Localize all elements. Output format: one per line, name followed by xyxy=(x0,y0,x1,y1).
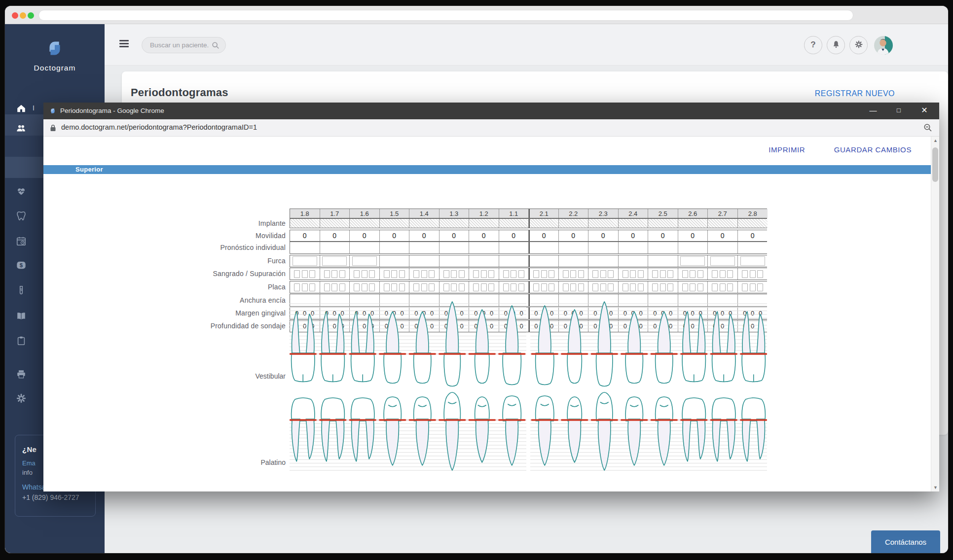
placa-checkbox[interactable] xyxy=(518,283,524,291)
placa-checkbox[interactable] xyxy=(369,283,375,291)
movilidad-value[interactable]: 0 xyxy=(588,230,619,241)
placa-checkbox[interactable] xyxy=(600,283,606,291)
placa-checkbox[interactable] xyxy=(413,283,419,291)
movilidad-value[interactable]: 0 xyxy=(708,230,738,241)
sangrado-checkbox[interactable] xyxy=(742,270,748,278)
sangrado-checkbox[interactable] xyxy=(623,270,628,278)
sangrado-checkbox[interactable] xyxy=(354,270,360,278)
sangrado-checkbox[interactable] xyxy=(503,270,509,278)
pronostico-cell[interactable] xyxy=(738,242,768,253)
sangrado-checkbox[interactable] xyxy=(294,270,300,278)
pronostico-cell[interactable] xyxy=(350,242,380,253)
pronostico-cell[interactable] xyxy=(619,242,649,253)
placa-checkbox[interactable] xyxy=(697,283,703,291)
pronostico-cell[interactable] xyxy=(380,242,410,253)
pronostico-cell[interactable] xyxy=(469,242,499,253)
user-avatar[interactable] xyxy=(874,36,893,55)
placa-checkbox[interactable] xyxy=(354,283,360,291)
sangrado-checkbox[interactable] xyxy=(727,270,733,278)
pronostico-cell[interactable] xyxy=(499,242,529,253)
minimize-button[interactable]: — xyxy=(862,103,884,119)
placa-checkbox[interactable] xyxy=(533,283,539,291)
placa-checkbox[interactable] xyxy=(362,283,367,291)
placa-checkbox[interactable] xyxy=(690,283,696,291)
sangrado-checkbox[interactable] xyxy=(331,270,337,278)
furca-input[interactable] xyxy=(322,256,347,266)
pronostico-cell[interactable] xyxy=(290,242,320,253)
sangrado-checkbox[interactable] xyxy=(712,270,718,278)
sangrado-checkbox[interactable] xyxy=(459,270,465,278)
placa-checkbox[interactable] xyxy=(608,283,614,291)
placa-checkbox[interactable] xyxy=(294,283,300,291)
placa-checkbox[interactable] xyxy=(459,283,465,291)
movilidad-value[interactable]: 0 xyxy=(678,230,708,241)
placa-checkbox[interactable] xyxy=(443,283,449,291)
placa-checkbox[interactable] xyxy=(623,283,628,291)
movilidad-value[interactable]: 0 xyxy=(350,230,380,241)
placa-checkbox[interactable] xyxy=(302,283,308,291)
sangrado-checkbox[interactable] xyxy=(481,270,487,278)
placa-checkbox[interactable] xyxy=(339,283,345,291)
sangrado-checkbox[interactable] xyxy=(757,270,763,278)
sangrado-checkbox[interactable] xyxy=(652,270,658,278)
placa-checkbox[interactable] xyxy=(391,283,397,291)
minimize-traffic-light[interactable] xyxy=(20,12,26,19)
placa-checkbox[interactable] xyxy=(750,283,756,291)
placa-checkbox[interactable] xyxy=(429,283,435,291)
sangrado-checkbox[interactable] xyxy=(429,270,435,278)
placa-checkbox[interactable] xyxy=(309,283,315,291)
movilidad-value[interactable]: 0 xyxy=(529,230,559,241)
pronostico-cell[interactable] xyxy=(588,242,619,253)
popup-url-bar[interactable]: demo.doctogram.net/periodontograma?Perio… xyxy=(43,119,939,137)
placa-checkbox[interactable] xyxy=(473,283,479,291)
popup-titlebar[interactable]: Periodontograma - Google Chrome — □ ✕ xyxy=(43,103,939,119)
placa-checkbox[interactable] xyxy=(399,283,405,291)
sangrado-checkbox[interactable] xyxy=(549,270,554,278)
popup-url-text[interactable]: demo.doctogram.net/periodontograma?Perio… xyxy=(61,123,257,131)
settings-button[interactable] xyxy=(849,36,868,54)
scroll-down-arrow[interactable]: ▼ xyxy=(931,484,939,491)
sangrado-checkbox[interactable] xyxy=(630,270,636,278)
movilidad-value[interactable]: 0 xyxy=(380,230,410,241)
placa-checkbox[interactable] xyxy=(630,283,636,291)
placa-checkbox[interactable] xyxy=(592,283,598,291)
placa-checkbox[interactable] xyxy=(660,283,666,291)
notifications-button[interactable] xyxy=(827,36,845,54)
movilidad-value[interactable]: 0 xyxy=(619,230,649,241)
sangrado-checkbox[interactable] xyxy=(339,270,345,278)
pronostico-cell[interactable] xyxy=(708,242,738,253)
placa-checkbox[interactable] xyxy=(682,283,688,291)
placa-checkbox[interactable] xyxy=(563,283,569,291)
placa-checkbox[interactable] xyxy=(742,283,748,291)
movilidad-value[interactable]: 0 xyxy=(409,230,440,241)
sangrado-checkbox[interactable] xyxy=(578,270,584,278)
placa-checkbox[interactable] xyxy=(570,283,576,291)
placa-checkbox[interactable] xyxy=(757,283,763,291)
sangrado-checkbox[interactable] xyxy=(399,270,405,278)
sangrado-checkbox[interactable] xyxy=(608,270,614,278)
zoom-out-icon[interactable] xyxy=(923,123,932,132)
placa-checkbox[interactable] xyxy=(720,283,726,291)
movilidad-value[interactable]: 0 xyxy=(440,230,470,241)
pronostico-cell[interactable] xyxy=(440,242,470,253)
movilidad-value[interactable]: 0 xyxy=(469,230,499,241)
sangrado-checkbox[interactable] xyxy=(384,270,390,278)
placa-checkbox[interactable] xyxy=(503,283,509,291)
popup-scrollbar[interactable]: ▲ ▼ xyxy=(931,137,939,491)
sangrado-checkbox[interactable] xyxy=(541,270,547,278)
sangrado-checkbox[interactable] xyxy=(413,270,419,278)
placa-checkbox[interactable] xyxy=(712,283,718,291)
sangrado-checkbox[interactable] xyxy=(369,270,375,278)
furca-input[interactable] xyxy=(740,256,765,266)
placa-checkbox[interactable] xyxy=(667,283,673,291)
maximize-traffic-light[interactable] xyxy=(28,12,34,19)
sangrado-checkbox[interactable] xyxy=(720,270,726,278)
close-traffic-light[interactable] xyxy=(12,12,18,19)
sangrado-checkbox[interactable] xyxy=(324,270,330,278)
pronostico-cell[interactable] xyxy=(529,242,559,253)
sangrado-checkbox[interactable] xyxy=(563,270,569,278)
pronostico-cell[interactable] xyxy=(559,242,589,253)
placa-checkbox[interactable] xyxy=(652,283,658,291)
sangrado-checkbox[interactable] xyxy=(690,270,696,278)
placa-checkbox[interactable] xyxy=(421,283,427,291)
